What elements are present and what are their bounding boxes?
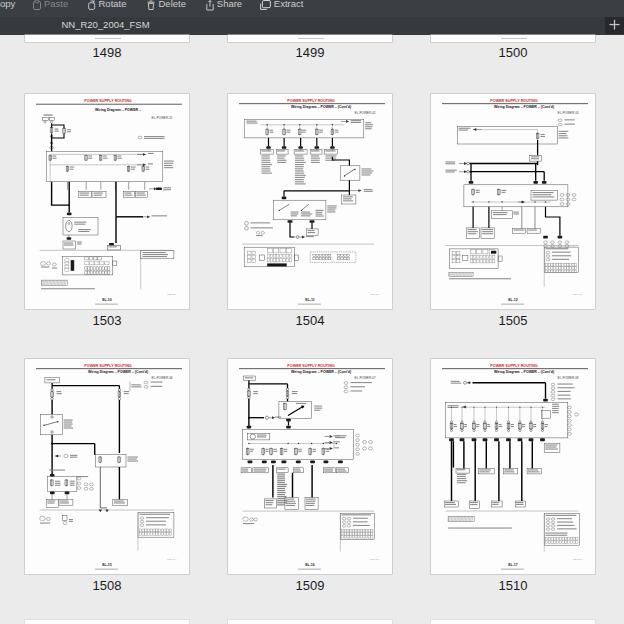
svg-text:POWER SUPPLY ROUTING: POWER SUPPLY ROUTING [490,364,537,368]
svg-text:MEL082A: MEL082A [573,293,584,295]
svg-text:EL-POWER-08: EL-POWER-08 [558,376,579,380]
svg-text:EL-10: EL-10 [102,298,112,302]
svg-text:Wiring Diagram – POWER – (Cont: Wiring Diagram – POWER – (Cont’d) [291,105,351,109]
svg-text:POWER SUPPLY ROUTING: POWER SUPPLY ROUTING [287,364,334,368]
svg-text:Wiring Diagram – POWER – (Cont: Wiring Diagram – POWER – (Cont’d) [88,370,148,374]
svg-text:MEL081A: MEL081A [370,293,381,295]
svg-text:Wiring Diagram – POWER – (Cont: Wiring Diagram – POWER – (Cont’d) [494,370,554,374]
svg-text:MEL086A: MEL086A [573,558,584,560]
svg-text:POWER SUPPLY ROUTING: POWER SUPPLY ROUTING [287,99,334,103]
svg-text:EL-12: EL-12 [508,298,518,302]
svg-text:Wiring Diagram – POWER –: Wiring Diagram – POWER – [95,108,141,112]
svg-text:MEL084A: MEL084A [167,558,178,560]
svg-text:EL-POWER-07: EL-POWER-07 [355,376,376,380]
svg-text:EL-POWER-01: EL-POWER-01 [152,116,173,120]
svg-text:POWER SUPPLY ROUTING: POWER SUPPLY ROUTING [490,99,537,103]
svg-text:EL-POWER-02: EL-POWER-02 [355,111,376,115]
svg-text:EL-11: EL-11 [305,298,314,302]
svg-text:Wiring Diagram – POWER – (Cont: Wiring Diagram – POWER – (Cont’d) [291,370,351,374]
svg-text:MEL085A: MEL085A [370,558,381,560]
svg-text:EL-POWER-03: EL-POWER-03 [558,111,579,115]
svg-text:EL-POWER-06: EL-POWER-06 [152,376,173,380]
svg-text:EL-15: EL-15 [102,563,112,567]
svg-text:EL-17: EL-17 [508,563,518,567]
svg-text:POWER SUPPLY ROUTING: POWER SUPPLY ROUTING [84,99,131,103]
svg-text:Wiring Diagram – POWER – (Cont: Wiring Diagram – POWER – (Cont’d) [494,105,554,109]
svg-text:EL-16: EL-16 [305,563,315,567]
svg-text:POWER SUPPLY ROUTING: POWER SUPPLY ROUTING [84,364,131,368]
svg-text:MEL080A: MEL080A [167,293,178,295]
